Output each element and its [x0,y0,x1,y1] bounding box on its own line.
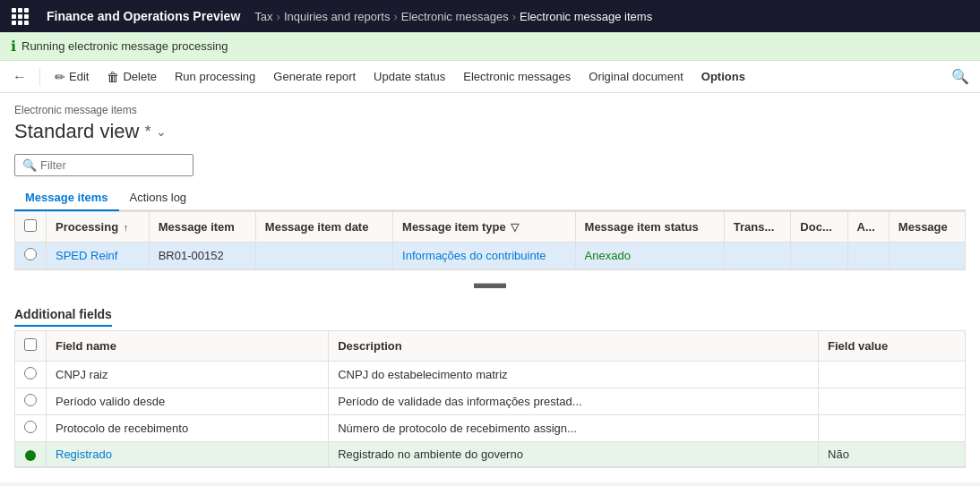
additional-fields-row[interactable]: Protocolo de recebimentoNúmero de protoc… [15,415,965,442]
add-row-radio-cell [15,388,47,415]
green-dot-icon [25,450,36,461]
additional-fields-table-container: Field name Description Field value CNPJ … [14,330,966,468]
col-message: Message [889,212,965,243]
add-cell-description: CNPJ do estabelecimento matriz [329,362,819,388]
table-header-row: Processing ↑ Message item Message item d… [15,212,965,243]
edit-button[interactable]: ✏ Edit [47,66,96,88]
col-processing: Processing ↑ [47,212,150,243]
message-items-table-container: Processing ↑ Message item Message item d… [14,211,966,270]
sort-icon[interactable]: ↑ [124,222,129,233]
electronic-messages-button[interactable]: Electronic messages [456,66,578,87]
additional-fields-section: Additional fields [14,307,966,330]
breadcrumb-electronic-messages[interactable]: Electronic messages [401,10,509,23]
col-a: A... [847,212,889,243]
col-message-item-type: Message item type ▽ [393,212,576,243]
status-badge: Anexado [585,249,631,262]
edit-icon: ✏ [55,70,65,84]
delete-icon: 🗑 [107,70,119,84]
add-cell-field-value [819,415,965,442]
back-button[interactable]: ← [7,65,32,89]
add-cell-field-name: Registrado [47,442,329,467]
add-cell-field-value [819,388,965,415]
add-cell-description: Período de validade das informações pres… [329,388,819,415]
cell-message-item-status: Anexado [575,243,724,269]
add-cell-field-value [819,362,965,388]
add-select-all[interactable] [24,338,37,351]
add-cell-field-name: Período valido desde [47,388,329,415]
separator-1 [39,68,40,86]
page-title: Standard view * ⌄ [14,120,966,143]
filter-box: 🔍 [14,154,193,176]
cell-message-item-type: Informações do contribuinte [393,243,576,269]
select-all-checkbox[interactable] [24,219,37,232]
add-cell-field-name: CNPJ raiz [47,362,329,388]
add-cell-description: Registrado no ambiente do governo [329,442,819,467]
add-col-description: Description [329,331,819,362]
add-col-radio [15,331,47,362]
info-bar: ℹ Running electronic message processing [0,32,980,61]
add-col-field-name: Field name [47,331,329,362]
row-radio-cell [15,243,47,269]
breadcrumb-current: Electronic message items [520,10,652,23]
search-button[interactable]: 🔍 [948,64,973,89]
run-processing-button[interactable]: Run processing [168,66,262,87]
generate-report-button[interactable]: Generate report [266,66,363,87]
filter-input[interactable] [40,158,185,172]
breadcrumb-inquiries[interactable]: Inquiries and reports [284,10,391,23]
col-trans: Trans... [724,212,791,243]
add-cell-field-value: Não [819,442,965,467]
additional-fields-header-row: Field name Description Field value [15,331,965,362]
top-bar: Finance and Operations Preview Tax › Inq… [0,0,980,32]
add-cell-field-name: Protocolo de recebimento [47,415,329,442]
update-status-button[interactable]: Update status [366,66,452,87]
options-button[interactable]: Options [694,66,752,87]
col-doc: Doc... [791,212,847,243]
drag-handle[interactable]: ▬▬ [14,270,966,296]
cell-trans [724,243,791,269]
title-chevron-icon[interactable]: ⌄ [156,124,167,139]
filter-icon: 🔍 [22,158,37,172]
info-icon: ℹ [11,38,16,55]
processing-link[interactable]: SPED Reinf [56,249,117,262]
original-document-button[interactable]: Original document [581,66,691,87]
row-radio[interactable] [24,248,37,260]
col-message-item: Message item [149,212,255,243]
add-cell-description: Número de protocolo de recebimento assig… [329,415,819,442]
tab-actions-log[interactable]: Actions log [119,185,198,211]
add-row-radio[interactable] [24,394,37,406]
app-title: Finance and Operations Preview [39,9,247,23]
info-message: Running electronic message processing [21,39,228,53]
page-breadcrumb: Electronic message items [14,104,966,116]
message-items-table: Processing ↑ Message item Message item d… [15,212,965,269]
cell-processing: SPED Reinf [47,243,150,269]
col-message-item-status: Message item status [575,212,724,243]
cell-a [847,243,889,269]
tab-message-items[interactable]: Message items [14,185,119,211]
col-message-item-date: Message item date [255,212,392,243]
filter-column-icon[interactable]: ▽ [511,221,519,234]
breadcrumb: Tax › Inquiries and reports › Electronic… [254,10,652,23]
modified-indicator: * [144,123,150,141]
tabs: Message items Actions log [14,185,966,211]
additional-fields-row[interactable]: CNPJ raizCNPJ do estabelecimento matriz [15,362,965,388]
table-row[interactable]: SPED Reinf BR01-00152 Informações do con… [15,243,965,269]
additional-fields-row[interactable]: RegistradoRegistrado no ambiente do gove… [15,442,965,467]
cell-message-item-date [255,243,392,269]
breadcrumb-tax[interactable]: Tax [254,10,272,23]
additional-fields-title: Additional fields [14,307,112,327]
field-name-link[interactable]: Registrado [56,448,112,461]
add-row-radio[interactable] [24,367,37,379]
delete-button[interactable]: 🗑 Delete [99,66,164,88]
cell-message [889,243,965,269]
additional-fields-row[interactable]: Período valido desdePeríodo de validade … [15,388,965,415]
add-row-radio-cell [15,442,47,467]
cell-message-item: BR01-00152 [149,243,255,269]
message-item-type-link[interactable]: Informações do contribuinte [402,249,546,262]
add-row-radio[interactable] [24,421,37,433]
add-row-radio-cell [15,415,47,442]
additional-fields-table: Field name Description Field value CNPJ … [15,331,965,467]
cell-doc [791,243,847,269]
col-radio [15,212,47,243]
main-content: Electronic message items Standard view *… [0,93,980,482]
app-grid-icon[interactable] [7,4,32,29]
